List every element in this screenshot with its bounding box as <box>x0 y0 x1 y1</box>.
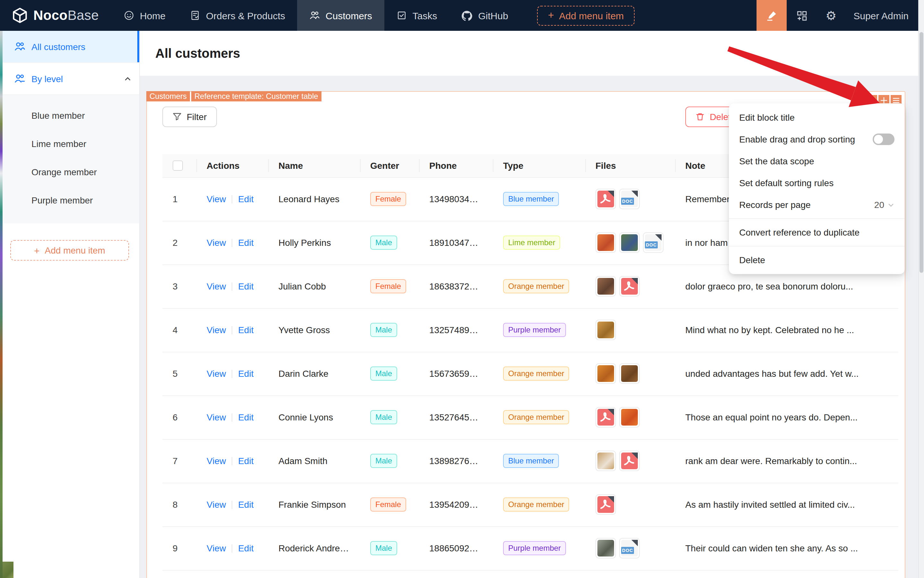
scrollbar-thumb[interactable] <box>919 32 923 273</box>
home-icon <box>124 10 134 21</box>
sidebar: All customers By level Blue memberLime m… <box>0 31 140 578</box>
menu-item-enable-drag-and-drop-sorting[interactable]: Enable drag and drop sorting <box>729 128 905 150</box>
edit-link[interactable]: Edit <box>238 281 253 291</box>
view-link[interactable]: View <box>207 456 226 466</box>
nav-item-home[interactable]: Home <box>112 0 178 31</box>
gender-badge: Female <box>370 497 406 511</box>
edit-link[interactable]: Edit <box>238 412 253 422</box>
view-link[interactable]: View <box>207 194 226 204</box>
image-file-thumbnail[interactable] <box>619 363 640 384</box>
settings-button[interactable]: ⚙ <box>816 0 846 31</box>
image-file-thumbnail[interactable] <box>595 451 616 471</box>
menu-item-set-the-data-scope[interactable]: Set the data scope <box>729 150 905 172</box>
pdf-file-thumbnail[interactable] <box>595 189 616 209</box>
cell-phone: 13898276018 <box>419 439 493 483</box>
edit-link[interactable]: Edit <box>238 237 253 248</box>
file-list: DOC <box>595 189 665 209</box>
pdf-file-thumbnail[interactable] <box>595 494 616 515</box>
image-file-thumbnail[interactable] <box>619 407 640 427</box>
row-actions: ViewEdit <box>196 177 268 221</box>
image-thumbnail <box>621 365 638 382</box>
image-file-thumbnail[interactable] <box>619 232 640 253</box>
ui-editor-button[interactable] <box>757 0 787 31</box>
user-menu[interactable]: Super Admin <box>846 10 919 21</box>
row-actions: ViewEdit <box>196 439 268 483</box>
cell-phone: 18865092743 <box>419 526 493 570</box>
sidebar-item-orange-member[interactable]: Orange member <box>0 158 139 186</box>
select-all-checkbox[interactable] <box>173 161 183 171</box>
view-link[interactable]: View <box>207 369 226 379</box>
edit-link[interactable]: Edit <box>238 325 253 335</box>
doc-file-thumbnail[interactable]: DOC <box>643 232 663 253</box>
column-header-name: Name <box>268 154 360 177</box>
sidebar-add-menu-item-button[interactable]: + Add menu item <box>10 240 129 261</box>
view-link[interactable]: View <box>207 543 226 553</box>
image-thumbnail <box>597 453 614 469</box>
edit-link[interactable]: Edit <box>238 499 253 510</box>
menu-item-edit-block-title[interactable]: Edit block title <box>729 107 905 128</box>
cell-name: Holly Perkins <box>268 221 360 265</box>
member-type-badge: Orange member <box>503 497 569 511</box>
image-thumbnail <box>597 234 614 251</box>
cell-type: Blue member <box>493 439 585 483</box>
row-index: 3 <box>162 265 196 308</box>
nav-item-github[interactable]: GitHub <box>449 0 520 31</box>
nocobase-logo[interactable]: NocoBase <box>0 7 112 24</box>
drag-sort-toggle[interactable] <box>873 133 895 145</box>
image-file-thumbnail[interactable] <box>595 538 616 559</box>
cell-name: Yvette Gross <box>268 308 360 352</box>
edit-link[interactable]: Edit <box>238 456 253 466</box>
filter-button[interactable]: Filter <box>162 107 217 127</box>
cell-type: Lime member <box>493 221 585 265</box>
divider <box>232 283 232 291</box>
cell-files: DOC <box>585 526 675 570</box>
gender-badge: Male <box>370 541 397 555</box>
edit-link[interactable]: Edit <box>238 543 253 553</box>
edit-link[interactable]: Edit <box>238 194 253 204</box>
row-index: 6 <box>162 395 196 439</box>
cell-phone: 13954209583 <box>419 483 493 526</box>
view-link[interactable]: View <box>207 281 226 291</box>
sidebar-item-lime-member[interactable]: Lime member <box>0 130 139 158</box>
block-settings-menu: Edit block titleEnable drag and drop sor… <box>729 103 905 274</box>
image-file-thumbnail[interactable] <box>595 276 616 297</box>
collection-tag: Customers <box>146 91 190 101</box>
plugin-manager-button[interactable] <box>787 0 816 31</box>
image-file-thumbnail[interactable] <box>595 232 616 253</box>
view-link[interactable]: View <box>207 325 226 335</box>
view-link[interactable]: View <box>207 237 226 248</box>
view-link[interactable]: View <box>207 412 226 422</box>
cell-gender: Male <box>360 221 419 265</box>
records-per-page-value[interactable]: 20 <box>874 200 884 210</box>
chevron-down-icon <box>887 201 895 208</box>
pdf-file-thumbnail[interactable] <box>619 276 640 297</box>
divider <box>232 239 232 247</box>
image-file-thumbnail[interactable] <box>595 363 616 384</box>
nav-item-tasks[interactable]: Tasks <box>384 0 449 31</box>
menu-item-set-default-sorting-rules[interactable]: Set default sorting rules <box>729 172 905 194</box>
image-file-thumbnail[interactable] <box>595 320 616 340</box>
menu-item-delete[interactable]: Delete <box>729 249 905 271</box>
sidebar-item-purple-member[interactable]: Purple member <box>0 186 139 214</box>
sidebar-item-all-customers[interactable]: All customers <box>0 31 139 63</box>
menu-item-label: Edit block title <box>739 112 795 123</box>
cell-phone: 13498034729 <box>419 177 493 221</box>
menu-item-records-per-page[interactable]: Records per page20 <box>729 194 905 216</box>
nav-item-customers[interactable]: Customers <box>297 0 384 31</box>
menu-item-label: Records per page <box>739 200 811 210</box>
view-link[interactable]: View <box>207 499 226 510</box>
navbar-add-menu-item-button[interactable]: + Add menu item <box>537 5 635 25</box>
pdf-file-thumbnail[interactable] <box>619 451 640 471</box>
nav-item-orders-products[interactable]: Orders & Products <box>178 0 297 31</box>
divider <box>232 457 232 465</box>
doc-label: DOC <box>621 198 634 205</box>
doc-file-thumbnail[interactable]: DOC <box>619 189 640 209</box>
sidebar-item-by-level[interactable]: By level <box>0 63 139 95</box>
cell-type: Orange member <box>493 265 585 308</box>
pdf-file-thumbnail[interactable] <box>595 407 616 427</box>
vertical-scrollbar[interactable] <box>918 0 924 578</box>
doc-file-thumbnail[interactable]: DOC <box>619 538 640 559</box>
menu-item-convert-reference-to-duplicate[interactable]: Convert reference to duplicate <box>729 221 905 243</box>
sidebar-item-blue-member[interactable]: Blue member <box>0 101 139 130</box>
edit-link[interactable]: Edit <box>238 369 253 379</box>
